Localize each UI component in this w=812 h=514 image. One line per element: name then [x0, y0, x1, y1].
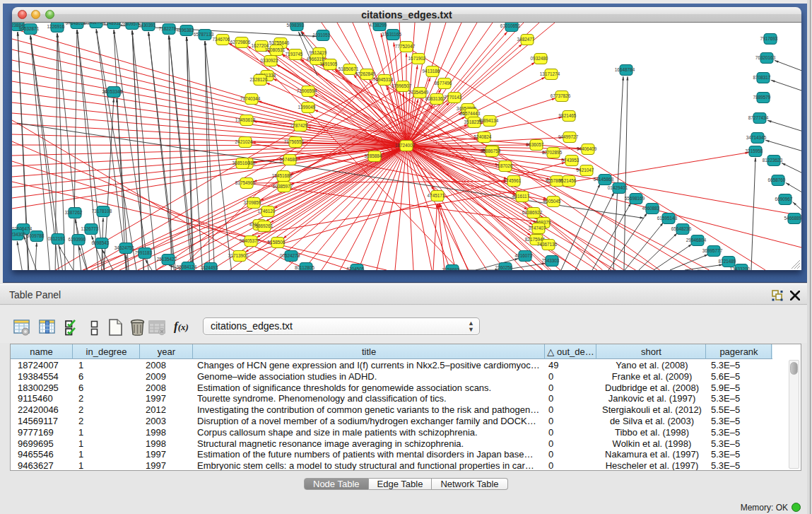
- svg-text:55886753: 55886753: [481, 148, 501, 153]
- svg-text:9521456: 9521456: [559, 178, 577, 183]
- svg-text:85574443: 85574443: [460, 111, 481, 116]
- svg-text:60385977: 60385977: [273, 184, 293, 189]
- svg-text:26053346: 26053346: [102, 89, 123, 94]
- svg-text:3387262: 3387262: [65, 210, 83, 215]
- svg-text:3482477: 3482477: [517, 37, 535, 42]
- svg-text:2421024: 2421024: [235, 139, 253, 144]
- svg-text:62729806: 62729806: [230, 40, 251, 45]
- svg-text:61595148: 61595148: [657, 216, 678, 221]
- svg-text:34624751: 34624751: [114, 245, 135, 250]
- svg-text:25135427: 25135427: [157, 257, 177, 262]
- svg-text:3285884: 3285884: [365, 153, 382, 158]
- svg-text:37631165: 37631165: [382, 32, 401, 37]
- svg-text:5466889: 5466889: [784, 216, 801, 221]
- svg-text:9421047: 9421047: [577, 168, 594, 173]
- svg-text:62386922: 62386922: [522, 210, 543, 215]
- svg-text:1399049: 1399049: [298, 105, 316, 110]
- svg-text:8677496: 8677496: [435, 81, 452, 86]
- svg-text:62702895: 62702895: [542, 150, 563, 155]
- svg-text:7187026: 7187026: [495, 163, 513, 168]
- svg-text:87277434: 87277434: [748, 115, 769, 120]
- svg-text:98084124: 98084124: [177, 264, 197, 269]
- svg-text:37996507: 37996507: [392, 83, 412, 88]
- svg-text:87234309: 87234309: [12, 232, 26, 237]
- svg-text:65787133: 65787133: [194, 32, 214, 37]
- svg-text:34714345: 34714345: [746, 135, 767, 140]
- svg-text:54145868: 54145868: [594, 177, 614, 182]
- svg-text:8708317: 8708317: [753, 75, 771, 80]
- svg-text:01429401: 01429401: [608, 185, 628, 190]
- svg-text:7917693: 7917693: [760, 36, 778, 41]
- svg-text:2260256: 2260256: [495, 265, 513, 270]
- svg-text:5009788: 5009788: [27, 233, 45, 238]
- svg-text:31713900: 31713900: [228, 253, 249, 258]
- svg-text:49894134: 49894134: [478, 118, 499, 123]
- svg-text:6690967: 6690967: [775, 197, 793, 201]
- svg-text:4966319: 4966319: [307, 57, 324, 62]
- svg-text:5158506: 5158506: [268, 240, 286, 245]
- svg-text:18724007: 18724007: [395, 143, 416, 148]
- svg-text:3158692: 3158692: [442, 267, 460, 270]
- svg-text:9636057: 9636057: [526, 142, 544, 147]
- svg-text:3709859: 3709859: [244, 200, 261, 205]
- svg-text:9413186: 9413186: [423, 69, 440, 74]
- svg-text:15451680: 15451680: [272, 173, 293, 178]
- svg-text:4896383: 4896383: [177, 28, 194, 33]
- svg-text:13171274: 13171274: [540, 71, 560, 76]
- svg-text:81223623: 81223623: [763, 158, 783, 163]
- svg-text:0812191: 0812191: [48, 236, 66, 241]
- svg-text:6204505: 6204505: [347, 267, 365, 270]
- svg-text:75869261: 75869261: [253, 223, 273, 228]
- svg-text:1326773: 1326773: [81, 226, 99, 231]
- svg-text:6998543: 6998543: [92, 240, 110, 245]
- svg-text:13433200: 13433200: [730, 267, 751, 270]
- svg-text:7182278: 7182278: [159, 26, 177, 31]
- svg-text:7346706: 7346706: [213, 37, 230, 42]
- svg-text:1745961: 1745961: [504, 178, 522, 183]
- svg-text:3747407: 3747407: [529, 226, 546, 230]
- svg-text:1031051: 1031051: [313, 33, 331, 37]
- svg-text:81754965: 81754965: [235, 180, 256, 185]
- svg-text:65648236: 65648236: [671, 226, 692, 231]
- svg-text:74367136: 74367136: [537, 242, 558, 247]
- svg-text:7543303: 7543303: [542, 258, 560, 263]
- svg-text:17080531: 17080531: [265, 47, 286, 52]
- svg-text:7770143: 7770143: [445, 95, 462, 100]
- svg-text:3685160: 3685160: [233, 160, 250, 165]
- svg-text:71906594: 71906594: [297, 88, 317, 93]
- svg-text:9821465: 9821465: [559, 113, 577, 118]
- svg-text:4738299: 4738299: [370, 23, 387, 28]
- svg-text:7889579: 7889579: [753, 95, 771, 100]
- svg-text:9743953: 9743953: [562, 158, 579, 163]
- svg-text:5430391: 5430391: [139, 23, 156, 28]
- svg-text:5240824: 5240824: [474, 134, 492, 139]
- svg-text:04499727: 04499727: [558, 134, 579, 139]
- svg-text:7991183: 7991183: [135, 250, 153, 255]
- svg-text:8721489: 8721489: [719, 259, 736, 264]
- svg-text:76945314: 76945314: [373, 77, 394, 82]
- svg-text:77752047: 77752047: [395, 44, 416, 49]
- svg-text:1671902: 1671902: [408, 56, 426, 61]
- svg-text:6658760: 6658760: [768, 177, 786, 182]
- svg-text:13493618: 13493618: [235, 117, 256, 122]
- svg-text:0330923: 0330923: [261, 58, 278, 63]
- svg-text:96405377: 96405377: [240, 238, 260, 243]
- svg-text:51462704: 51462704: [85, 23, 105, 25]
- svg-text:3215958: 3215958: [746, 148, 763, 153]
- svg-text:5674680: 5674680: [280, 157, 298, 162]
- svg-text:6193990: 6193990: [69, 237, 86, 242]
- svg-text:2787429: 2787429: [290, 123, 308, 128]
- svg-text:96532871: 96532871: [19, 26, 40, 31]
- svg-text:4005045: 4005045: [543, 199, 561, 204]
- svg-text:4745171: 4745171: [428, 193, 445, 198]
- svg-text:1491905: 1491905: [320, 62, 338, 66]
- svg-text:2328120: 2328120: [250, 77, 268, 82]
- svg-text:97848018: 97848018: [66, 23, 86, 25]
- svg-text:29946804: 29946804: [686, 238, 707, 243]
- svg-text:51850671: 51850671: [339, 66, 359, 71]
- svg-text:76320163: 76320163: [755, 55, 776, 60]
- svg-text:36995777: 36995777: [702, 248, 723, 253]
- svg-text:73178108: 73178108: [92, 209, 112, 214]
- svg-text:4316117: 4316117: [512, 194, 530, 199]
- svg-text:8148932: 8148932: [104, 23, 122, 25]
